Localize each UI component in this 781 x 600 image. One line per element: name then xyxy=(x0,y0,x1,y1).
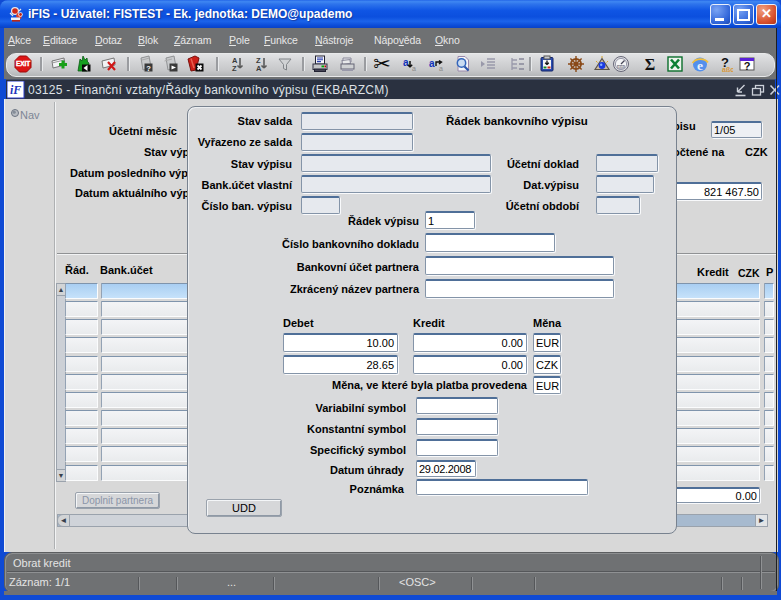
svg-text:Σ: Σ xyxy=(645,56,655,73)
svg-text:iF: iF xyxy=(10,83,21,97)
svg-text:a: a xyxy=(412,65,416,72)
svg-text:a: a xyxy=(429,58,435,69)
svg-text:A: A xyxy=(256,64,262,73)
svg-text:a: a xyxy=(439,65,443,72)
svg-text:1314: 1314 xyxy=(618,65,625,69)
svg-text:a: a xyxy=(403,57,409,68)
svg-text:✂: ✂ xyxy=(373,55,391,73)
svg-text:aßc: aßc xyxy=(722,66,733,73)
svg-text:?: ? xyxy=(146,64,151,73)
svg-text:EXIT: EXIT xyxy=(16,60,30,67)
svg-text:Z: Z xyxy=(232,64,237,73)
svg-text:?: ? xyxy=(744,60,751,72)
